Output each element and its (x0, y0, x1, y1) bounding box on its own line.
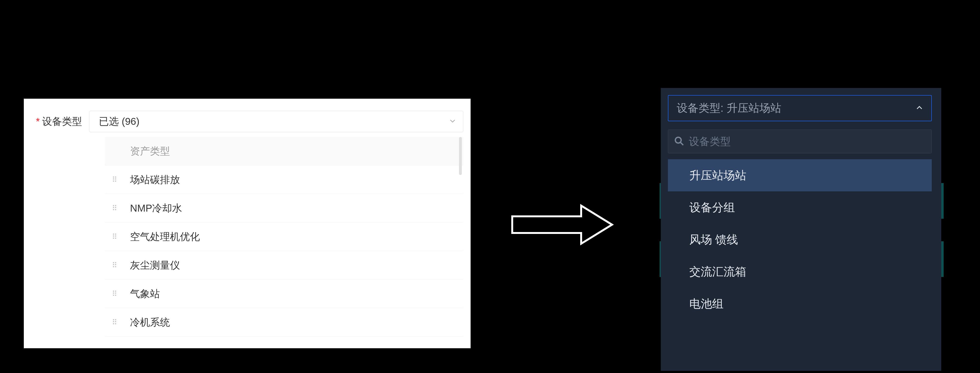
device-type-label: 设备类型 (42, 115, 82, 128)
asset-item-label: 冷机系统 (130, 316, 170, 329)
drag-handle-icon[interactable]: ⠿ (112, 261, 118, 269)
light-dropdown-panel: * 设备类型 已选 (96) ⠿ 资产类型 ⠿ 场站碳排放 ⠿ NMP冷却水 ⠿… (24, 99, 471, 348)
asset-list-item[interactable]: ⠿ 空气处理机优化 (105, 223, 463, 251)
scrollbar-thumb[interactable] (459, 137, 462, 175)
dropdown-option[interactable]: 交流汇流箱 (668, 255, 932, 288)
transition-arrow-icon (510, 202, 614, 247)
drag-handle-icon[interactable]: ⠿ (112, 175, 118, 184)
dropdown-option[interactable]: 升压站场站 (668, 159, 932, 191)
asset-item-label: 气象站 (130, 287, 160, 300)
dropdown-option[interactable]: 风场 馈线 (668, 223, 932, 255)
asset-item-label: 场站碳排放 (130, 173, 180, 186)
search-input[interactable] (689, 135, 926, 147)
select-value-text: 已选 (96) (99, 115, 139, 128)
asset-item-label: 空气处理机优化 (130, 230, 200, 244)
asset-list-item[interactable]: ⠿ 气象站 (105, 280, 463, 308)
device-type-field: * 设备类型 已选 (96) (36, 111, 463, 132)
asset-item-label: NMP冷却水 (130, 202, 182, 215)
drag-handle-icon[interactable]: ⠿ (112, 233, 118, 241)
asset-type-dropdown: ⠿ 资产类型 ⠿ 场站碳排放 ⠿ NMP冷却水 ⠿ 空气处理机优化 ⠿ 灰尘测量… (105, 137, 463, 348)
select-prefix: 设备类型: (677, 102, 727, 114)
asset-list-item[interactable]: ⠿ NMP冷却水 (105, 194, 463, 223)
dark-dropdown-panel: 设备类型: 升压站场站 升压站场站 设备分组 风场 馈线 交流汇流箱 电池组 (661, 88, 941, 371)
svg-line-1 (680, 142, 683, 145)
device-type-select[interactable]: 已选 (96) (89, 111, 463, 132)
drag-handle-icon[interactable]: ⠿ (112, 290, 118, 298)
asset-list-item[interactable]: ⠿ 场站碳排放 (105, 166, 463, 194)
device-type-select-dark[interactable]: 设备类型: 升压站场站 (668, 95, 932, 121)
asset-item-label: 灰尘测量仪 (130, 259, 180, 272)
dropdown-options-list: 升压站场站 设备分组 风场 馈线 交流汇流箱 电池组 (668, 159, 932, 371)
asset-list-item[interactable]: ⠿ 冷机系统 (105, 308, 463, 336)
svg-point-0 (675, 137, 681, 143)
asset-list-item[interactable]: ⠿ 灰尘测量仪 (105, 251, 463, 280)
field-label-group: * 设备类型 (36, 115, 82, 128)
dropdown-option[interactable]: 电池组 (668, 288, 932, 320)
select-value: 升压站场站 (727, 102, 781, 114)
asset-list-header: ⠿ 资产类型 (105, 137, 463, 166)
drag-handle-icon[interactable]: ⠿ (112, 204, 118, 212)
drag-handle-icon[interactable]: ⠿ (112, 318, 118, 327)
search-icon (674, 136, 684, 147)
asset-header-label: 资产类型 (130, 145, 170, 158)
chevron-down-icon (449, 118, 456, 125)
select-display-text: 设备类型: 升压站场站 (677, 101, 781, 116)
required-asterisk: * (36, 116, 40, 127)
dropdown-option[interactable]: 设备分组 (668, 191, 932, 223)
chevron-up-icon (916, 104, 923, 112)
dropdown-search[interactable] (668, 129, 932, 153)
